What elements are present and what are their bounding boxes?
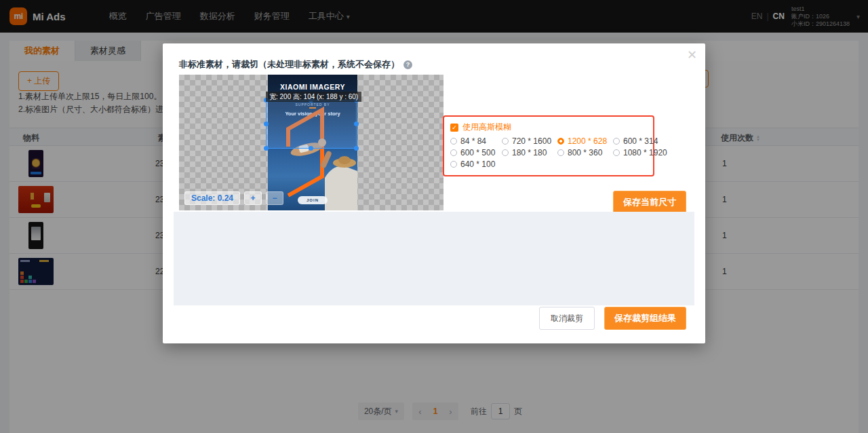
size-radio-option[interactable]: 600 * 500 <box>450 147 502 158</box>
size-radio-option[interactable]: 640 * 100 <box>450 159 502 170</box>
crop-modal: ✕ 非标准素材，请裁切（未处理非标素材，系统不会保存） ? XIAOMI IMA… <box>163 43 705 343</box>
poster-join-button: JOIN <box>298 196 328 204</box>
radio-icon[interactable] <box>450 161 457 168</box>
radio-icon[interactable] <box>450 149 457 156</box>
size-radio-option[interactable]: 800 * 360 <box>557 147 613 158</box>
crop-selection[interactable] <box>266 100 357 149</box>
size-radio-grid: 84 * 84 720 * 1600 1200 * 628 60 <box>450 136 648 170</box>
size-radio-option[interactable]: 1200 * 628 <box>557 136 613 147</box>
checkbox-checked-icon[interactable]: ✓ <box>450 124 458 132</box>
radio-icon[interactable] <box>450 138 457 145</box>
save-current-size-button[interactable]: 保存当前尺寸 <box>613 191 686 214</box>
save-crop-group-button[interactable]: 保存裁剪组结果 <box>604 307 686 330</box>
size-radio-option[interactable]: 84 * 84 <box>450 136 502 147</box>
radio-icon[interactable] <box>557 149 564 156</box>
radio-icon[interactable] <box>613 149 620 156</box>
radio-icon[interactable] <box>557 138 564 145</box>
size-radio-option[interactable]: 600 * 314 <box>613 136 667 147</box>
crop-handle-s[interactable] <box>309 146 313 151</box>
radio-icon[interactable] <box>502 149 509 156</box>
size-radio-option[interactable]: 1080 * 1920 <box>613 147 667 158</box>
size-radio-option[interactable]: 180 * 180 <box>502 147 557 158</box>
gaussian-blur-label: 使用高斯模糊 <box>462 121 511 133</box>
zoom-in-button[interactable]: + <box>244 191 262 205</box>
radio-icon[interactable] <box>502 138 509 145</box>
crop-results-area <box>174 212 694 305</box>
crop-handle-se[interactable] <box>354 146 359 151</box>
size-radio-option[interactable]: 720 * 1600 <box>502 136 557 147</box>
crop-handle-e[interactable] <box>354 121 359 126</box>
crop-dimensions-tooltip: 宽: 200 高: 104 (x: 188 y : 60) <box>266 92 361 102</box>
cancel-crop-button[interactable]: 取消裁剪 <box>539 307 595 330</box>
scale-value: Scale: 0.24 <box>184 191 240 205</box>
zoom-out-button[interactable]: − <box>266 191 283 205</box>
scale-controls: Scale: 0.24 + − <box>184 191 283 205</box>
radio-icon[interactable] <box>613 138 620 145</box>
close-icon[interactable]: ✕ <box>687 49 697 61</box>
crop-handle-sw[interactable] <box>264 146 269 151</box>
mi-ads-app: mi Mi Ads 概览 ▾ 广告管理 ▾ 数据分析 ▾ <box>0 0 868 433</box>
size-options-panel: ✓ 使用高斯模糊 84 * 84 720 * 1600 <box>443 115 654 176</box>
gaussian-blur-option[interactable]: ✓ 使用高斯模糊 <box>450 121 648 133</box>
modal-title: 非标准素材，请裁切（未处理非标素材，系统不会保存） ? <box>179 58 412 71</box>
help-icon[interactable]: ? <box>403 60 412 69</box>
modal-footer: 取消裁剪 保存裁剪组结果 <box>539 307 686 330</box>
crop-canvas[interactable]: XIAOMI IMAGERY SUPPORTED BY Your vision,… <box>179 75 443 210</box>
crop-handle-w[interactable] <box>264 121 269 126</box>
